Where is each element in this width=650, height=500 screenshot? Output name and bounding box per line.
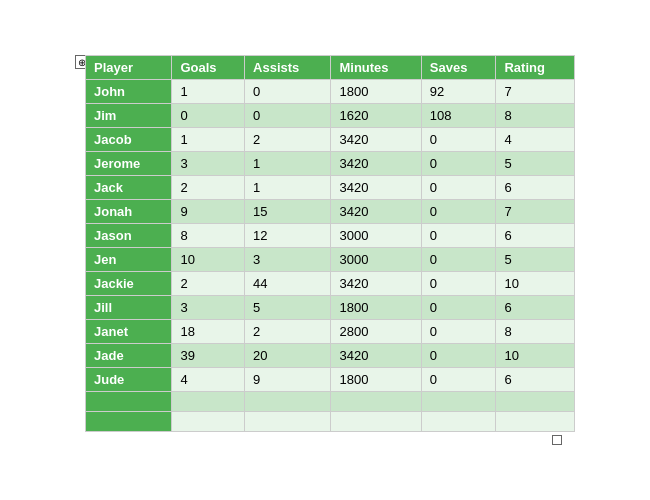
player-name-cell: Janet bbox=[86, 320, 172, 344]
data-cell: 7 bbox=[496, 80, 575, 104]
data-cell: 10 bbox=[496, 272, 575, 296]
table-row: Jason812300006 bbox=[86, 224, 575, 248]
table-row: Jen103300005 bbox=[86, 248, 575, 272]
data-cell: 39 bbox=[172, 344, 245, 368]
data-cell: 12 bbox=[245, 224, 331, 248]
data-cell: 4 bbox=[172, 368, 245, 392]
empty-cell bbox=[172, 392, 245, 412]
data-cell: 6 bbox=[496, 296, 575, 320]
data-cell: 0 bbox=[421, 176, 496, 200]
data-table: PlayerGoalsAssistsMinutesSavesRating Joh… bbox=[85, 55, 575, 432]
data-cell: 8 bbox=[496, 320, 575, 344]
empty-cell bbox=[421, 392, 496, 412]
data-cell: 3420 bbox=[331, 152, 421, 176]
data-cell: 1800 bbox=[331, 80, 421, 104]
header-row: PlayerGoalsAssistsMinutesSavesRating bbox=[86, 56, 575, 80]
empty-cell bbox=[496, 412, 575, 432]
data-cell: 0 bbox=[421, 200, 496, 224]
data-cell: 0 bbox=[421, 152, 496, 176]
data-cell: 6 bbox=[496, 176, 575, 200]
data-cell: 0 bbox=[421, 224, 496, 248]
data-cell: 3420 bbox=[331, 128, 421, 152]
player-name-cell: Jill bbox=[86, 296, 172, 320]
page-container: ⊕ ⊕ PlayerGoalsAssistsMinutesSavesRating… bbox=[0, 0, 650, 500]
data-cell: 3000 bbox=[331, 248, 421, 272]
data-cell: 5 bbox=[496, 152, 575, 176]
empty-row bbox=[86, 412, 575, 432]
player-name-cell: Jacob bbox=[86, 128, 172, 152]
header-cell-saves: Saves bbox=[421, 56, 496, 80]
data-cell: 3420 bbox=[331, 200, 421, 224]
data-cell: 1620 bbox=[331, 104, 421, 128]
player-name-cell: Jack bbox=[86, 176, 172, 200]
data-cell: 92 bbox=[421, 80, 496, 104]
data-cell: 15 bbox=[245, 200, 331, 224]
data-cell: 1 bbox=[172, 128, 245, 152]
data-cell: 9 bbox=[245, 368, 331, 392]
table-row: Jackie2443420010 bbox=[86, 272, 575, 296]
data-cell: 2 bbox=[245, 128, 331, 152]
data-cell: 5 bbox=[245, 296, 331, 320]
data-cell: 2 bbox=[245, 320, 331, 344]
header-cell-minutes: Minutes bbox=[331, 56, 421, 80]
player-name-cell: Jason bbox=[86, 224, 172, 248]
data-cell: 0 bbox=[421, 248, 496, 272]
player-name-cell: Jude bbox=[86, 368, 172, 392]
resize-handle[interactable] bbox=[552, 435, 562, 445]
data-cell: 4 bbox=[496, 128, 575, 152]
player-name-cell: Jackie bbox=[86, 272, 172, 296]
empty-cell bbox=[331, 412, 421, 432]
table-row: Jude49180006 bbox=[86, 368, 575, 392]
data-cell: 2800 bbox=[331, 320, 421, 344]
player-name-cell: Jade bbox=[86, 344, 172, 368]
table-row: Jill35180006 bbox=[86, 296, 575, 320]
header-cell-goals: Goals bbox=[172, 56, 245, 80]
data-cell: 0 bbox=[172, 104, 245, 128]
header-cell-rating: Rating bbox=[496, 56, 575, 80]
data-cell: 44 bbox=[245, 272, 331, 296]
data-cell: 0 bbox=[245, 104, 331, 128]
data-cell: 3 bbox=[172, 152, 245, 176]
table-wrapper: PlayerGoalsAssistsMinutesSavesRating Joh… bbox=[85, 55, 575, 432]
table-row: John101800927 bbox=[86, 80, 575, 104]
table-row: Jonah915342007 bbox=[86, 200, 575, 224]
data-cell: 2 bbox=[172, 176, 245, 200]
data-cell: 3420 bbox=[331, 176, 421, 200]
empty-cell bbox=[331, 392, 421, 412]
data-cell: 0 bbox=[421, 320, 496, 344]
data-cell: 3 bbox=[172, 296, 245, 320]
data-cell: 0 bbox=[421, 368, 496, 392]
table-row: Jerome31342005 bbox=[86, 152, 575, 176]
data-cell: 3000 bbox=[331, 224, 421, 248]
empty-cell bbox=[496, 392, 575, 412]
data-cell: 0 bbox=[245, 80, 331, 104]
empty-cell bbox=[421, 412, 496, 432]
data-cell: 0 bbox=[421, 344, 496, 368]
data-cell: 0 bbox=[421, 272, 496, 296]
empty-cell bbox=[245, 412, 331, 432]
data-cell: 7 bbox=[496, 200, 575, 224]
data-cell: 20 bbox=[245, 344, 331, 368]
table-row: Jade39203420010 bbox=[86, 344, 575, 368]
data-cell: 1 bbox=[172, 80, 245, 104]
empty-cell bbox=[172, 412, 245, 432]
data-cell: 1 bbox=[245, 152, 331, 176]
data-cell: 3420 bbox=[331, 272, 421, 296]
player-name-cell: Jim bbox=[86, 104, 172, 128]
data-cell: 108 bbox=[421, 104, 496, 128]
empty-cell bbox=[86, 412, 172, 432]
data-cell: 3420 bbox=[331, 344, 421, 368]
table-row: Janet182280008 bbox=[86, 320, 575, 344]
data-cell: 8 bbox=[172, 224, 245, 248]
empty-row bbox=[86, 392, 575, 412]
player-name-cell: Jen bbox=[86, 248, 172, 272]
empty-cell bbox=[86, 392, 172, 412]
data-cell: 10 bbox=[172, 248, 245, 272]
data-cell: 8 bbox=[496, 104, 575, 128]
data-cell: 5 bbox=[496, 248, 575, 272]
header-cell-assists: Assists bbox=[245, 56, 331, 80]
data-cell: 1 bbox=[245, 176, 331, 200]
data-cell: 3 bbox=[245, 248, 331, 272]
data-cell: 6 bbox=[496, 224, 575, 248]
data-cell: 9 bbox=[172, 200, 245, 224]
